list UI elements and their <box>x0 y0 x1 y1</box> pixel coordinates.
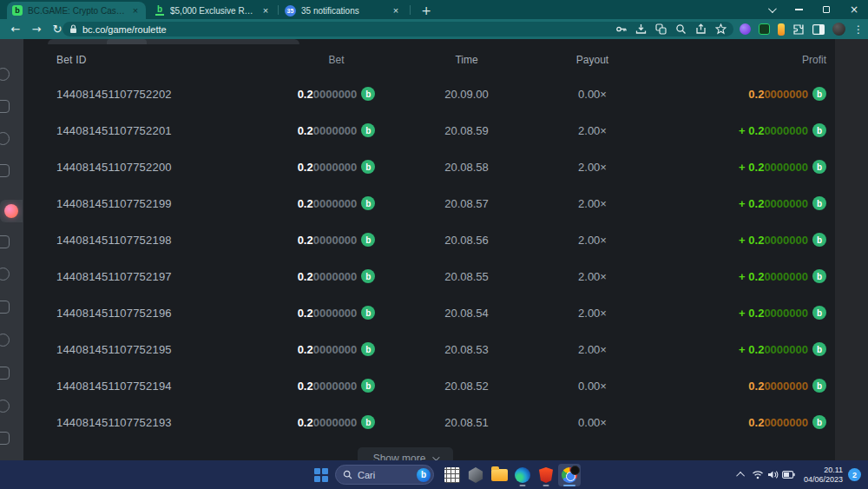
taskbar-search[interactable]: b <box>335 465 434 485</box>
notification-count-favicon: 35 <box>285 5 296 17</box>
hidden-icons-chevron[interactable] <box>734 472 750 478</box>
translate-icon[interactable] <box>655 23 667 35</box>
tab-close-icon[interactable]: × <box>130 5 141 16</box>
table-row[interactable]: 144081451107752197 0.20000000 b 20.08.55… <box>48 258 835 294</box>
coin-icon: b <box>361 233 375 247</box>
profit-value: + 0.20000000 <box>739 161 808 174</box>
payout-cell: 2.00× <box>538 124 647 137</box>
sidebar-item[interactable] <box>0 364 11 381</box>
header-bet-id: Bet ID <box>56 54 278 66</box>
tab-title: $5,000 Exclusive Roulette Prestig <box>170 6 255 16</box>
tab-separator <box>410 5 411 15</box>
bets-table: Bet ID Bet Time Payout Profit 1440814511… <box>48 44 835 440</box>
tab-notifications[interactable]: 35 35 notifications × <box>279 2 406 19</box>
start-button[interactable] <box>310 464 332 486</box>
search-input[interactable] <box>358 470 410 480</box>
address-bar[interactable]: bc.co/game/roulette <box>62 22 733 36</box>
url-text: bc.co/game/roulette <box>82 24 615 35</box>
extension-purple-icon[interactable] <box>740 23 751 35</box>
brave-icon <box>539 467 553 483</box>
table-row[interactable]: 144081451107752201 0.20000000 b 20.08.59… <box>48 112 835 149</box>
sidebar-item[interactable] <box>0 397 11 414</box>
sidebar-item[interactable] <box>0 233 11 250</box>
taskbar-clock[interactable]: 20.11 04/06/2023 <box>804 466 843 485</box>
show-more-button[interactable]: Show more <box>358 447 453 460</box>
coin-icon: b <box>812 233 826 247</box>
sidebar-item[interactable] <box>0 265 11 282</box>
time-cell: 20.08.53 <box>395 343 538 356</box>
back-button[interactable]: ← <box>5 19 26 39</box>
table-header-row: Bet ID Bet Time Payout Profit <box>48 44 835 76</box>
side-panel-icon[interactable] <box>812 24 825 35</box>
table-row[interactable]: 144081451107752202 0.20000000 b 20.09.00… <box>48 76 835 112</box>
table-row[interactable]: 144081451107752200 0.20000000 b 20.08.58… <box>48 149 835 185</box>
bing-icon: b <box>417 468 431 482</box>
table-row[interactable]: 144081451107752195 0.20000000 b 20.08.53… <box>48 331 835 367</box>
extensions-puzzle-icon[interactable] <box>792 23 805 36</box>
maximize-button[interactable] <box>812 0 840 19</box>
time-cell: 20.08.54 <box>395 307 538 320</box>
profit-cell: 0.20000000 b <box>647 415 826 429</box>
tab-bcgame[interactable]: b BC.GAME: Crypto Casino Games × <box>7 2 146 19</box>
bookmark-star-icon[interactable] <box>715 23 727 35</box>
close-window-button[interactable]: × <box>840 0 868 19</box>
taskbar-app-spreadsheet[interactable] <box>441 464 464 486</box>
sidebar-item[interactable] <box>0 429 11 446</box>
sidebar-game-icon <box>0 432 10 445</box>
bet-cell: 0.20000000 b <box>278 342 395 356</box>
coin-icon: b <box>812 123 826 137</box>
tab-roulette-promo[interactable]: b $5,000 Exclusive Roulette Prestig × <box>149 2 276 19</box>
profit-cell: + 0.20000000 b <box>647 269 826 283</box>
zoom-page-icon[interactable] <box>675 23 687 35</box>
tab-search-chevron-icon[interactable] <box>757 0 785 19</box>
bcgame-b-favicon: b <box>155 5 165 16</box>
battery-icon[interactable] <box>781 471 797 479</box>
sidebar-item-roulette-active[interactable] <box>0 200 23 222</box>
table-row[interactable]: 144081451107752198 0.20000000 b 20.08.56… <box>48 221 835 258</box>
password-key-icon[interactable] <box>615 23 627 35</box>
taskbar-edge[interactable] <box>511 464 534 486</box>
sidebar-item[interactable] <box>0 129 11 147</box>
table-row[interactable]: 144081451107752193 0.20000000 b 20.08.51… <box>48 404 835 440</box>
tab-close-icon[interactable]: × <box>391 5 401 16</box>
table-row[interactable]: 144081451107752196 0.20000000 b 20.08.54… <box>48 294 835 331</box>
wifi-icon[interactable] <box>750 470 766 479</box>
install-app-icon[interactable] <box>635 23 647 35</box>
sidebar-game-icon <box>0 400 10 413</box>
browser-menu-icon[interactable]: ⋮ <box>853 23 864 36</box>
sidebar-item[interactable] <box>0 298 11 315</box>
sidebar-item[interactable] <box>0 331 11 348</box>
share-icon[interactable] <box>695 23 707 35</box>
sidebar-game-icon <box>0 367 10 380</box>
notification-count-badge[interactable]: 2 <box>848 468 861 481</box>
sidebar-game-icon <box>0 235 10 248</box>
volume-icon[interactable] <box>766 470 781 479</box>
extension-green-icon[interactable] <box>759 23 770 35</box>
coin-icon: b <box>361 342 375 356</box>
profile-avatar[interactable] <box>832 23 845 36</box>
sidebar-item[interactable] <box>0 97 11 115</box>
folder-icon <box>491 469 508 481</box>
windows-logo-icon <box>314 468 328 482</box>
extension-orange-icon[interactable] <box>778 23 785 36</box>
table-row[interactable]: 144081451107752194 0.20000000 b 20.08.52… <box>48 367 835 404</box>
payout-cell: 0.00× <box>538 88 647 101</box>
forward-button[interactable]: → <box>26 19 47 39</box>
taskbar-app-3d[interactable] <box>464 464 487 486</box>
taskbar-file-explorer[interactable] <box>488 464 510 486</box>
table-row[interactable]: 144081451107752199 0.20000000 b 20.08.57… <box>48 185 835 221</box>
running-indicator <box>543 485 549 486</box>
sidebar-item[interactable] <box>0 162 11 179</box>
tab-close-icon[interactable]: × <box>260 5 271 16</box>
clock-time: 20.11 <box>804 466 843 475</box>
taskbar-brave[interactable] <box>535 464 557 486</box>
extensions-row: ⋮ <box>740 19 864 39</box>
taskbar-chrome[interactable] <box>558 464 581 486</box>
new-tab-button[interactable]: + <box>418 3 434 18</box>
page-right-margin <box>835 39 868 460</box>
minimize-button[interactable] <box>785 0 812 19</box>
sidebar-item[interactable] <box>0 65 11 83</box>
bet-id-cell: 144081451107752200 <box>56 161 278 174</box>
header-time: Time <box>395 54 538 66</box>
payout-cell: 0.00× <box>538 416 647 429</box>
